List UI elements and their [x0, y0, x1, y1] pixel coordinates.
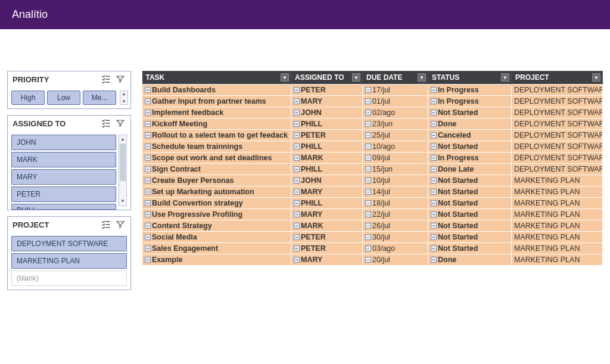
table-row[interactable]: −Scope out work and set deadlines−MARK−0…	[142, 153, 603, 164]
project-option[interactable]: MARKETING PLAN	[11, 253, 127, 269]
table-row[interactable]: −Rollout to a select team to get feedack…	[142, 130, 603, 141]
table-row[interactable]: −Kickoff Meeting−PHILL−23/jun−DoneDEPLOY…	[142, 119, 603, 130]
collapse-toggle-icon[interactable]: −	[365, 132, 371, 138]
collapse-toggle-icon[interactable]: −	[145, 144, 151, 150]
collapse-toggle-icon[interactable]: −	[431, 144, 437, 150]
scroll-thumb[interactable]	[120, 144, 126, 181]
scroll-down-arrow-icon[interactable]: ▼	[120, 197, 125, 206]
collapse-toggle-icon[interactable]: −	[365, 87, 371, 93]
clear-filter-icon[interactable]	[115, 219, 126, 230]
clear-filter-icon[interactable]	[115, 118, 126, 129]
collapse-toggle-icon[interactable]: −	[431, 234, 437, 240]
collapse-toggle-icon[interactable]: −	[145, 178, 151, 183]
priority-option-high[interactable]: High	[11, 91, 45, 105]
assigned-option[interactable]: MARY	[11, 169, 116, 185]
priority-option-medium[interactable]: Me...	[83, 91, 116, 105]
column-header-task[interactable]: TASK ▼	[142, 71, 291, 85]
collapse-toggle-icon[interactable]: −	[431, 200, 437, 206]
table-row[interactable]: −Example−MARY−20/jul−DoneMARKETING PLAN	[142, 254, 603, 266]
collapse-toggle-icon[interactable]: −	[431, 178, 437, 183]
filter-dropdown-icon[interactable]: ▼	[501, 73, 509, 82]
column-header-project[interactable]: PROJECT ▼	[512, 71, 603, 85]
table-row[interactable]: −Build Dashboards−PETER−17/jul−In Progre…	[142, 85, 603, 96]
multiselect-icon[interactable]	[101, 74, 111, 85]
assigned-option[interactable]: PETER	[11, 186, 116, 202]
collapse-toggle-icon[interactable]: −	[365, 98, 371, 104]
filter-dropdown-icon[interactable]: ▼	[352, 73, 360, 82]
scroll-up-arrow-icon[interactable]: ▲	[120, 135, 125, 144]
collapse-toggle-icon[interactable]: −	[145, 132, 151, 138]
collapse-toggle-icon[interactable]: −	[294, 98, 300, 104]
priority-option-low[interactable]: Low	[47, 91, 80, 105]
project-option-blank[interactable]: (blank)	[11, 270, 127, 286]
collapse-toggle-icon[interactable]: −	[145, 155, 151, 161]
table-row[interactable]: −Social Media−PETER−30/jul−Not StartedMA…	[142, 232, 603, 243]
collapse-toggle-icon[interactable]: −	[145, 234, 151, 240]
collapse-toggle-icon[interactable]: −	[294, 132, 300, 138]
collapse-toggle-icon[interactable]: −	[431, 245, 437, 251]
assigned-option[interactable]: MARK	[11, 152, 116, 167]
collapse-toggle-icon[interactable]: −	[431, 87, 437, 93]
collapse-toggle-icon[interactable]: −	[294, 178, 300, 183]
column-header-assigned[interactable]: ASSIGNED TO ▼	[291, 71, 363, 85]
collapse-toggle-icon[interactable]: −	[431, 155, 437, 161]
collapse-toggle-icon[interactable]: −	[294, 110, 300, 116]
collapse-toggle-icon[interactable]: −	[294, 144, 300, 150]
collapse-toggle-icon[interactable]: −	[145, 200, 151, 206]
collapse-toggle-icon[interactable]: −	[365, 178, 371, 183]
collapse-toggle-icon[interactable]: −	[145, 110, 151, 116]
collapse-toggle-icon[interactable]: −	[294, 211, 300, 217]
collapse-toggle-icon[interactable]: −	[431, 223, 437, 229]
filter-dropdown-icon[interactable]: ▼	[418, 73, 426, 82]
collapse-toggle-icon[interactable]: −	[365, 257, 371, 263]
filter-dropdown-icon[interactable]: ▼	[592, 73, 600, 82]
filter-dropdown-icon[interactable]: ▼	[281, 73, 289, 82]
collapse-toggle-icon[interactable]: −	[365, 110, 371, 116]
assigned-option-overflow[interactable]: PHILL	[11, 204, 116, 210]
table-row[interactable]: −Sales Engagement−PETER−03/ago−Not Start…	[142, 243, 603, 254]
collapse-toggle-icon[interactable]: −	[431, 189, 437, 195]
collapse-toggle-icon[interactable]: −	[431, 257, 437, 263]
collapse-toggle-icon[interactable]: −	[145, 166, 151, 172]
collapse-toggle-icon[interactable]: −	[365, 223, 371, 229]
collapse-toggle-icon[interactable]: −	[431, 211, 437, 217]
collapse-toggle-icon[interactable]: −	[365, 121, 371, 127]
slicer-scrollbar[interactable]: ▲ ▼	[119, 135, 127, 206]
collapse-toggle-icon[interactable]: −	[294, 87, 300, 93]
collapse-toggle-icon[interactable]: −	[365, 200, 371, 206]
collapse-toggle-icon[interactable]: −	[365, 166, 371, 172]
collapse-toggle-icon[interactable]: −	[145, 245, 151, 251]
collapse-toggle-icon[interactable]: −	[294, 200, 300, 206]
table-row[interactable]: −Create Buyer Personas−JOHN−10/jul−Not S…	[142, 175, 603, 186]
collapse-toggle-icon[interactable]: −	[294, 166, 300, 172]
collapse-toggle-icon[interactable]: −	[294, 121, 300, 127]
scroll-down-arrow-icon[interactable]: ▼	[122, 99, 126, 104]
collapse-toggle-icon[interactable]: −	[294, 234, 300, 240]
collapse-toggle-icon[interactable]: −	[294, 245, 300, 251]
collapse-toggle-icon[interactable]: −	[145, 211, 151, 217]
collapse-toggle-icon[interactable]: −	[145, 223, 151, 229]
collapse-toggle-icon[interactable]: −	[431, 110, 437, 116]
slicer-scrollbar[interactable]: ▲ ▼	[120, 91, 128, 105]
table-row[interactable]: −Schedule team trainnings−PHILL−10/ago−N…	[142, 141, 603, 153]
collapse-toggle-icon[interactable]: −	[365, 155, 371, 161]
collapse-toggle-icon[interactable]: −	[365, 144, 371, 150]
collapse-toggle-icon[interactable]: −	[431, 166, 437, 172]
table-row[interactable]: −Content Strategy−MARK−26/jul−Not Starte…	[142, 220, 603, 232]
table-row[interactable]: −Set up Marketing automation−MARY−14/jul…	[142, 186, 603, 198]
table-row[interactable]: −Gather Input from partner teams−MARY−01…	[142, 96, 603, 107]
table-row[interactable]: −Build Convertion strategy−PHILL−18/jul−…	[142, 198, 603, 209]
assigned-option[interactable]: JOHN	[11, 135, 116, 150]
collapse-toggle-icon[interactable]: −	[145, 121, 151, 127]
collapse-toggle-icon[interactable]: −	[145, 98, 151, 104]
multiselect-icon[interactable]	[101, 219, 111, 230]
collapse-toggle-icon[interactable]: −	[365, 211, 371, 217]
table-row[interactable]: −Use Progressive Profiling−MARY−22/jul−N…	[142, 209, 603, 220]
collapse-toggle-icon[interactable]: −	[294, 189, 300, 195]
collapse-toggle-icon[interactable]: −	[365, 189, 371, 195]
collapse-toggle-icon[interactable]: −	[365, 234, 371, 240]
collapse-toggle-icon[interactable]: −	[431, 98, 437, 104]
scroll-up-arrow-icon[interactable]: ▲	[122, 91, 126, 97]
scroll-track[interactable]	[119, 144, 126, 197]
column-header-status[interactable]: STATUS ▼	[428, 71, 512, 85]
